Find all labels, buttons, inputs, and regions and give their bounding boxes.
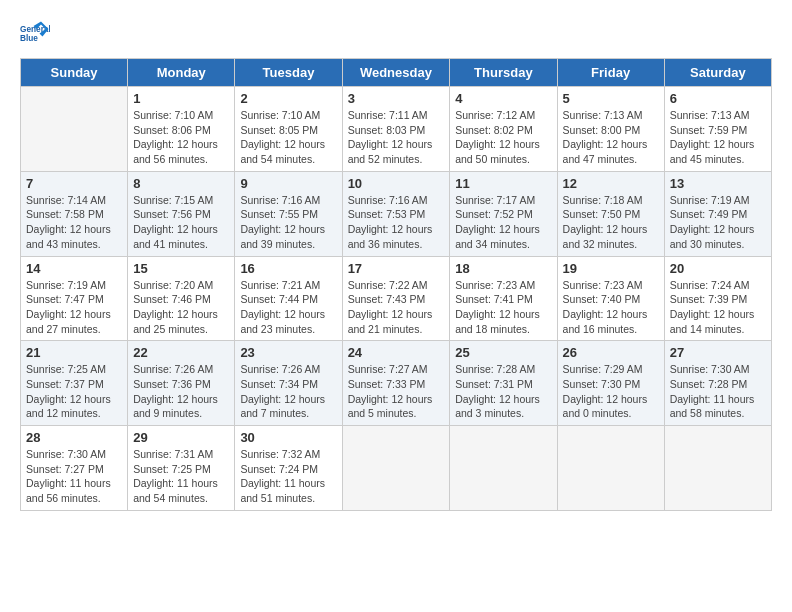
- calendar-day-cell: 16Sunrise: 7:21 AM Sunset: 7:44 PM Dayli…: [235, 256, 342, 341]
- day-info: Sunrise: 7:14 AM Sunset: 7:58 PM Dayligh…: [26, 193, 122, 252]
- day-number: 16: [240, 261, 336, 276]
- day-info: Sunrise: 7:19 AM Sunset: 7:47 PM Dayligh…: [26, 278, 122, 337]
- day-number: 14: [26, 261, 122, 276]
- day-info: Sunrise: 7:24 AM Sunset: 7:39 PM Dayligh…: [670, 278, 766, 337]
- calendar-day-cell: 25Sunrise: 7:28 AM Sunset: 7:31 PM Dayli…: [450, 341, 557, 426]
- day-number: 9: [240, 176, 336, 191]
- calendar-day-cell: 6Sunrise: 7:13 AM Sunset: 7:59 PM Daylig…: [664, 87, 771, 172]
- calendar-day-cell: 23Sunrise: 7:26 AM Sunset: 7:34 PM Dayli…: [235, 341, 342, 426]
- calendar-week-row: 14Sunrise: 7:19 AM Sunset: 7:47 PM Dayli…: [21, 256, 772, 341]
- weekday-header-sunday: Sunday: [21, 59, 128, 87]
- day-number: 24: [348, 345, 445, 360]
- day-info: Sunrise: 7:29 AM Sunset: 7:30 PM Dayligh…: [563, 362, 659, 421]
- day-number: 6: [670, 91, 766, 106]
- calendar-day-cell: 3Sunrise: 7:11 AM Sunset: 8:03 PM Daylig…: [342, 87, 450, 172]
- day-number: 20: [670, 261, 766, 276]
- day-info: Sunrise: 7:13 AM Sunset: 7:59 PM Dayligh…: [670, 108, 766, 167]
- weekday-header-saturday: Saturday: [664, 59, 771, 87]
- day-info: Sunrise: 7:21 AM Sunset: 7:44 PM Dayligh…: [240, 278, 336, 337]
- calendar-day-cell: [21, 87, 128, 172]
- weekday-header-thursday: Thursday: [450, 59, 557, 87]
- calendar-day-cell: 4Sunrise: 7:12 AM Sunset: 8:02 PM Daylig…: [450, 87, 557, 172]
- day-number: 21: [26, 345, 122, 360]
- calendar-day-cell: 30Sunrise: 7:32 AM Sunset: 7:24 PM Dayli…: [235, 426, 342, 511]
- day-info: Sunrise: 7:20 AM Sunset: 7:46 PM Dayligh…: [133, 278, 229, 337]
- day-info: Sunrise: 7:25 AM Sunset: 7:37 PM Dayligh…: [26, 362, 122, 421]
- weekday-header-row: SundayMondayTuesdayWednesdayThursdayFrid…: [21, 59, 772, 87]
- calendar-day-cell: [664, 426, 771, 511]
- day-info: Sunrise: 7:13 AM Sunset: 8:00 PM Dayligh…: [563, 108, 659, 167]
- calendar-day-cell: 28Sunrise: 7:30 AM Sunset: 7:27 PM Dayli…: [21, 426, 128, 511]
- day-number: 4: [455, 91, 551, 106]
- day-number: 15: [133, 261, 229, 276]
- day-info: Sunrise: 7:19 AM Sunset: 7:49 PM Dayligh…: [670, 193, 766, 252]
- day-number: 5: [563, 91, 659, 106]
- day-number: 2: [240, 91, 336, 106]
- day-number: 26: [563, 345, 659, 360]
- calendar-day-cell: 26Sunrise: 7:29 AM Sunset: 7:30 PM Dayli…: [557, 341, 664, 426]
- day-info: Sunrise: 7:22 AM Sunset: 7:43 PM Dayligh…: [348, 278, 445, 337]
- day-info: Sunrise: 7:16 AM Sunset: 7:53 PM Dayligh…: [348, 193, 445, 252]
- calendar-day-cell: 9Sunrise: 7:16 AM Sunset: 7:55 PM Daylig…: [235, 171, 342, 256]
- day-number: 8: [133, 176, 229, 191]
- day-number: 18: [455, 261, 551, 276]
- calendar-week-row: 28Sunrise: 7:30 AM Sunset: 7:27 PM Dayli…: [21, 426, 772, 511]
- calendar-day-cell: 19Sunrise: 7:23 AM Sunset: 7:40 PM Dayli…: [557, 256, 664, 341]
- calendar-week-row: 7Sunrise: 7:14 AM Sunset: 7:58 PM Daylig…: [21, 171, 772, 256]
- day-info: Sunrise: 7:17 AM Sunset: 7:52 PM Dayligh…: [455, 193, 551, 252]
- calendar-day-cell: 5Sunrise: 7:13 AM Sunset: 8:00 PM Daylig…: [557, 87, 664, 172]
- day-info: Sunrise: 7:32 AM Sunset: 7:24 PM Dayligh…: [240, 447, 336, 506]
- day-number: 25: [455, 345, 551, 360]
- day-number: 12: [563, 176, 659, 191]
- calendar-day-cell: 29Sunrise: 7:31 AM Sunset: 7:25 PM Dayli…: [128, 426, 235, 511]
- day-number: 30: [240, 430, 336, 445]
- calendar-day-cell: [342, 426, 450, 511]
- day-number: 13: [670, 176, 766, 191]
- calendar-day-cell: 14Sunrise: 7:19 AM Sunset: 7:47 PM Dayli…: [21, 256, 128, 341]
- calendar-day-cell: 11Sunrise: 7:17 AM Sunset: 7:52 PM Dayli…: [450, 171, 557, 256]
- weekday-header-monday: Monday: [128, 59, 235, 87]
- calendar-day-cell: 12Sunrise: 7:18 AM Sunset: 7:50 PM Dayli…: [557, 171, 664, 256]
- general-blue-logo: General Blue: [20, 20, 50, 50]
- calendar-day-cell: 24Sunrise: 7:27 AM Sunset: 7:33 PM Dayli…: [342, 341, 450, 426]
- day-info: Sunrise: 7:16 AM Sunset: 7:55 PM Dayligh…: [240, 193, 336, 252]
- day-number: 19: [563, 261, 659, 276]
- day-info: Sunrise: 7:26 AM Sunset: 7:36 PM Dayligh…: [133, 362, 229, 421]
- day-info: Sunrise: 7:28 AM Sunset: 7:31 PM Dayligh…: [455, 362, 551, 421]
- day-number: 28: [26, 430, 122, 445]
- calendar-week-row: 1Sunrise: 7:10 AM Sunset: 8:06 PM Daylig…: [21, 87, 772, 172]
- calendar-day-cell: 18Sunrise: 7:23 AM Sunset: 7:41 PM Dayli…: [450, 256, 557, 341]
- calendar-day-cell: 2Sunrise: 7:10 AM Sunset: 8:05 PM Daylig…: [235, 87, 342, 172]
- calendar-day-cell: 22Sunrise: 7:26 AM Sunset: 7:36 PM Dayli…: [128, 341, 235, 426]
- day-number: 17: [348, 261, 445, 276]
- day-info: Sunrise: 7:27 AM Sunset: 7:33 PM Dayligh…: [348, 362, 445, 421]
- day-info: Sunrise: 7:31 AM Sunset: 7:25 PM Dayligh…: [133, 447, 229, 506]
- weekday-header-wednesday: Wednesday: [342, 59, 450, 87]
- calendar-day-cell: 10Sunrise: 7:16 AM Sunset: 7:53 PM Dayli…: [342, 171, 450, 256]
- day-info: Sunrise: 7:11 AM Sunset: 8:03 PM Dayligh…: [348, 108, 445, 167]
- calendar-day-cell: 1Sunrise: 7:10 AM Sunset: 8:06 PM Daylig…: [128, 87, 235, 172]
- calendar-table: SundayMondayTuesdayWednesdayThursdayFrid…: [20, 58, 772, 511]
- svg-text:Blue: Blue: [20, 34, 38, 43]
- calendar-day-cell: [450, 426, 557, 511]
- day-info: Sunrise: 7:18 AM Sunset: 7:50 PM Dayligh…: [563, 193, 659, 252]
- day-number: 23: [240, 345, 336, 360]
- day-number: 29: [133, 430, 229, 445]
- day-info: Sunrise: 7:30 AM Sunset: 7:28 PM Dayligh…: [670, 362, 766, 421]
- day-number: 7: [26, 176, 122, 191]
- weekday-header-friday: Friday: [557, 59, 664, 87]
- day-info: Sunrise: 7:15 AM Sunset: 7:56 PM Dayligh…: [133, 193, 229, 252]
- day-info: Sunrise: 7:10 AM Sunset: 8:05 PM Dayligh…: [240, 108, 336, 167]
- calendar-day-cell: [557, 426, 664, 511]
- calendar-day-cell: 27Sunrise: 7:30 AM Sunset: 7:28 PM Dayli…: [664, 341, 771, 426]
- day-info: Sunrise: 7:23 AM Sunset: 7:41 PM Dayligh…: [455, 278, 551, 337]
- calendar-week-row: 21Sunrise: 7:25 AM Sunset: 7:37 PM Dayli…: [21, 341, 772, 426]
- calendar-day-cell: 15Sunrise: 7:20 AM Sunset: 7:46 PM Dayli…: [128, 256, 235, 341]
- day-info: Sunrise: 7:23 AM Sunset: 7:40 PM Dayligh…: [563, 278, 659, 337]
- day-number: 11: [455, 176, 551, 191]
- day-number: 3: [348, 91, 445, 106]
- weekday-header-tuesday: Tuesday: [235, 59, 342, 87]
- day-info: Sunrise: 7:10 AM Sunset: 8:06 PM Dayligh…: [133, 108, 229, 167]
- calendar-day-cell: 8Sunrise: 7:15 AM Sunset: 7:56 PM Daylig…: [128, 171, 235, 256]
- day-number: 22: [133, 345, 229, 360]
